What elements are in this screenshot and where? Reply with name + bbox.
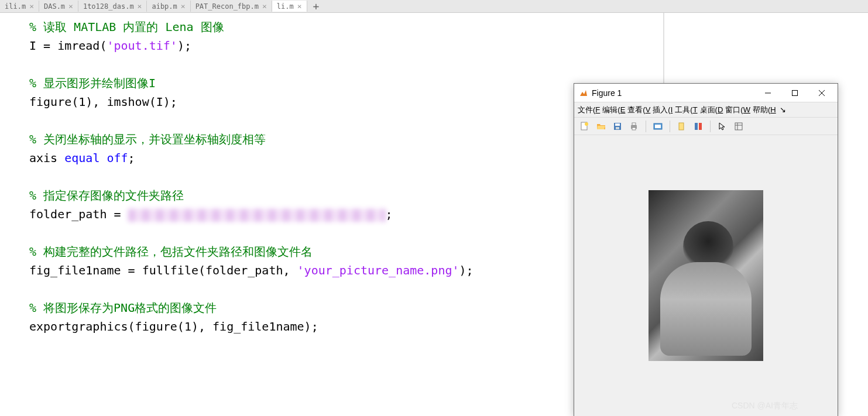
svg-rect-17 bbox=[735, 123, 742, 130]
screenshot-icon[interactable] bbox=[651, 119, 665, 133]
tab-label: ili.m bbox=[5, 2, 26, 11]
toolbar-separator bbox=[646, 121, 646, 132]
redacted-text bbox=[128, 209, 386, 222]
code-line[interactable]: % 将图形保存为PNG格式的图像文件 bbox=[29, 298, 663, 317]
figure-menubar: 文件(F 编辑(E 查看(V 插入(I 工具(T 桌面(D 窗口(W 帮助(H … bbox=[574, 102, 838, 118]
code-line[interactable]: % 构建完整的文件路径，包括文件夹路径和图像文件名 bbox=[29, 242, 663, 261]
menu-item[interactable]: 编辑(E bbox=[601, 104, 626, 116]
tab-label: li.m bbox=[277, 2, 294, 11]
figure-canvas bbox=[574, 135, 838, 416]
menu-item[interactable]: 插入(I bbox=[651, 104, 674, 116]
close-icon[interactable]: × bbox=[262, 2, 267, 11]
svg-rect-15 bbox=[695, 123, 698, 130]
svg-rect-16 bbox=[699, 123, 702, 130]
menu-item[interactable]: 文件(F bbox=[577, 104, 601, 116]
figure-title: Figure 1 bbox=[592, 88, 754, 98]
save-icon[interactable] bbox=[610, 119, 625, 133]
code-line[interactable] bbox=[29, 111, 663, 130]
svg-rect-11 bbox=[632, 128, 636, 130]
code-line[interactable]: fig_file1name = fullfile(folder_path, 'y… bbox=[29, 261, 663, 280]
code-line[interactable]: exportgraphics(figure(1), fig_file1name)… bbox=[29, 317, 663, 336]
code-line[interactable]: % 指定保存图像的文件夹路径 bbox=[29, 186, 663, 205]
code-line[interactable] bbox=[29, 167, 663, 186]
matlab-icon bbox=[579, 88, 588, 98]
tab-item-active[interactable]: li.m× bbox=[272, 1, 307, 12]
minimize-button[interactable] bbox=[754, 84, 781, 102]
tab-label: aibp.m bbox=[152, 2, 177, 11]
code-line[interactable]: % 读取 MATLAB 内置的 Lena 图像 bbox=[29, 18, 663, 36]
code-line[interactable]: folder_path = ; bbox=[29, 205, 663, 224]
inspector-icon[interactable] bbox=[732, 119, 746, 133]
svg-rect-10 bbox=[632, 123, 636, 125]
print-icon[interactable] bbox=[627, 119, 641, 133]
new-icon[interactable] bbox=[578, 119, 592, 133]
menu-item[interactable]: 桌面(D bbox=[699, 104, 725, 116]
tab-item[interactable]: DAS.m× bbox=[39, 1, 78, 12]
code-line[interactable]: axis equal off; bbox=[29, 149, 663, 167]
figure-image bbox=[649, 190, 763, 361]
tab-label: 1to128_das.m bbox=[83, 2, 134, 11]
close-button[interactable] bbox=[808, 84, 835, 102]
menu-item[interactable]: 帮助(H bbox=[752, 104, 777, 116]
tab-label: DAS.m bbox=[44, 2, 65, 11]
code-line[interactable]: figure(1), imshow(I); bbox=[29, 92, 663, 111]
code-line[interactable]: I = imread('pout.tif'); bbox=[29, 36, 663, 55]
code-line[interactable] bbox=[29, 280, 663, 298]
menu-overflow-icon[interactable]: ↘ bbox=[777, 105, 788, 114]
svg-rect-13 bbox=[655, 125, 661, 128]
pointer-icon[interactable] bbox=[715, 119, 729, 133]
code-line[interactable]: % 关闭坐标轴的显示，并设置坐标轴刻度相等 bbox=[29, 130, 663, 149]
code-line[interactable] bbox=[29, 224, 663, 242]
close-icon[interactable]: × bbox=[181, 2, 186, 11]
svg-point-5 bbox=[585, 122, 588, 126]
menu-item[interactable]: 查看(V bbox=[626, 104, 651, 116]
figure-toolbar bbox=[574, 118, 838, 135]
tab-item[interactable]: PAT_Recon_fbp.m× bbox=[191, 1, 272, 12]
close-icon[interactable]: × bbox=[68, 2, 73, 11]
svg-rect-7 bbox=[615, 123, 620, 126]
close-icon[interactable]: × bbox=[297, 2, 302, 11]
add-tab-button[interactable]: + bbox=[307, 0, 325, 12]
open-icon[interactable] bbox=[594, 119, 608, 133]
toolbar-separator bbox=[710, 121, 711, 132]
close-icon[interactable]: × bbox=[138, 2, 142, 11]
link-icon[interactable] bbox=[675, 119, 689, 133]
figure-window: Figure 1 文件(F 编辑(E 查看(V 插入(I 工具(T 桌面(D 窗… bbox=[574, 83, 838, 416]
tab-label: PAT_Recon_fbp.m bbox=[195, 2, 259, 11]
menu-item[interactable]: 窗口(W bbox=[724, 104, 752, 116]
maximize-button[interactable] bbox=[781, 84, 808, 102]
tab-item[interactable]: ili.m× bbox=[0, 1, 39, 12]
svg-rect-1 bbox=[792, 90, 798, 95]
svg-rect-14 bbox=[679, 123, 684, 130]
tab-item[interactable]: aibp.m× bbox=[147, 1, 190, 12]
figure-titlebar[interactable]: Figure 1 bbox=[574, 84, 838, 102]
svg-rect-8 bbox=[616, 127, 619, 129]
toolbar-separator bbox=[670, 121, 670, 132]
code-editor[interactable]: % 读取 MATLAB 内置的 Lena 图像I = imread('pout.… bbox=[0, 13, 664, 416]
close-icon[interactable]: × bbox=[29, 2, 34, 11]
code-line[interactable] bbox=[29, 55, 663, 74]
menu-item[interactable]: 工具(T bbox=[674, 104, 698, 116]
editor-tab-bar: ili.m× DAS.m× 1to128_das.m× aibp.m× PAT_… bbox=[0, 0, 868, 13]
tab-item[interactable]: 1to128_das.m× bbox=[78, 1, 147, 12]
code-line[interactable]: % 显示图形并绘制图像I bbox=[29, 74, 663, 92]
colorbar-icon[interactable] bbox=[691, 119, 705, 133]
